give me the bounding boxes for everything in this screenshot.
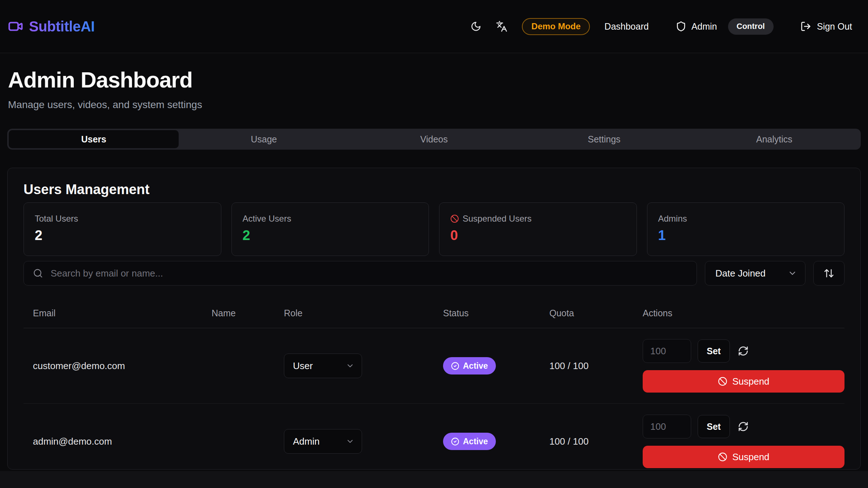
status-badge: Active: [443, 433, 496, 450]
ban-icon: [718, 452, 727, 462]
filter-row: Date Joined: [24, 261, 844, 286]
demo-mode-badge: Demo Mode: [522, 18, 590, 35]
users-table: Email Name Role Status Quota Actions cus…: [24, 308, 844, 470]
status-badge: Active: [443, 357, 496, 374]
set-quota-button[interactable]: Set: [698, 415, 730, 438]
video-camera-icon: [8, 19, 23, 34]
search-box: [24, 261, 697, 286]
top-header: SubtitleAI Demo Mode Dashboard Admin Con…: [0, 0, 868, 53]
app-logo-text: SubtitleAI: [29, 18, 95, 35]
refresh-quota-button[interactable]: [738, 346, 749, 356]
admin-label: Admin: [692, 21, 717, 32]
brand: SubtitleAI: [8, 18, 95, 35]
admin-role-indicator: Admin Control: [676, 18, 774, 35]
actions-cell: Set Suspend: [643, 339, 844, 393]
status-label: Active: [463, 437, 488, 446]
tab-users[interactable]: Users: [9, 130, 179, 148]
stat-label: Admins: [658, 214, 834, 224]
stats-row: Total Users 2 Active Users 2 Suspended U…: [24, 202, 844, 256]
shield-icon: [676, 21, 686, 32]
languages-icon: [496, 21, 507, 32]
stat-active-users: Active Users 2: [231, 202, 429, 256]
col-header-role: Role: [284, 308, 443, 318]
col-header-status: Status: [443, 308, 549, 318]
circle-check-icon: [451, 362, 459, 370]
page-title: Admin Dashboard: [8, 69, 860, 91]
quota-value: 100 / 100: [549, 360, 643, 372]
role-select[interactable]: Admin: [284, 429, 362, 454]
page-subtitle: Manage users, videos, and system setting…: [8, 99, 860, 111]
sign-out-label: Sign Out: [817, 21, 852, 32]
chevron-down-icon: [788, 269, 797, 278]
ban-icon: [450, 214, 459, 223]
stat-value: 1: [658, 227, 834, 244]
suspend-button[interactable]: Suspend: [643, 446, 844, 468]
col-header-actions: Actions: [643, 308, 844, 318]
sort-field-value: Date Joined: [715, 268, 766, 279]
user-email: customer@demo.com: [24, 360, 212, 372]
stat-admins: Admins 1: [647, 202, 845, 256]
tab-videos[interactable]: Videos: [349, 130, 519, 148]
quota-input[interactable]: [643, 339, 691, 363]
log-out-icon: [800, 21, 811, 32]
stat-value: 0: [450, 227, 626, 244]
quota-input[interactable]: [643, 415, 691, 438]
section-title: Users Management: [24, 182, 844, 197]
search-input[interactable]: [24, 261, 697, 286]
stat-total-users: Total Users 2: [24, 202, 221, 256]
col-header-email: Email: [24, 308, 212, 318]
chevron-down-icon: [346, 437, 354, 446]
sign-out-button[interactable]: Sign Out: [800, 21, 852, 32]
sort-direction-button[interactable]: [813, 261, 844, 286]
refresh-icon: [738, 346, 749, 356]
stat-label: Total Users: [35, 214, 210, 224]
page-heading: Admin Dashboard Manage users, videos, an…: [0, 53, 868, 111]
search-icon: [33, 268, 43, 278]
stat-value: 2: [243, 227, 418, 244]
table-row: admin@demo.com Admin Active 100 /: [24, 404, 844, 470]
arrow-up-down-icon: [824, 268, 834, 279]
tab-bar: Users Usage Videos Settings Analytics: [7, 129, 861, 150]
tab-usage[interactable]: Usage: [179, 130, 349, 148]
table-row: customer@demo.com User Active 100: [24, 328, 844, 404]
user-email: admin@demo.com: [24, 436, 212, 447]
tab-settings[interactable]: Settings: [519, 130, 689, 148]
stat-value: 2: [35, 227, 210, 244]
chevron-down-icon: [346, 361, 354, 370]
moon-icon: [471, 21, 481, 32]
set-quota-button[interactable]: Set: [698, 339, 730, 363]
col-header-quota: Quota: [549, 308, 643, 318]
control-badge: Control: [728, 18, 774, 35]
dashboard-link[interactable]: Dashboard: [604, 21, 648, 32]
top-nav: Demo Mode Dashboard Admin Control Sign O…: [471, 18, 852, 35]
quota-value: 100 / 100: [549, 436, 643, 447]
role-select[interactable]: User: [284, 354, 362, 378]
stat-label: Active Users: [243, 214, 418, 224]
role-value: Admin: [293, 436, 320, 447]
ban-icon: [718, 377, 727, 386]
refresh-icon: [738, 421, 749, 432]
suspend-label: Suspend: [732, 376, 770, 387]
suspend-button[interactable]: Suspend: [643, 370, 844, 393]
theme-toggle-button[interactable]: [471, 21, 481, 32]
role-value: User: [293, 360, 313, 372]
status-label: Active: [463, 361, 488, 371]
table-header-row: Email Name Role Status Quota Actions: [24, 308, 844, 328]
stat-label: Suspended Users: [463, 214, 532, 224]
suspend-label: Suspend: [732, 451, 770, 463]
refresh-quota-button[interactable]: [738, 421, 749, 432]
stat-suspended-users: Suspended Users 0: [439, 202, 637, 256]
tab-analytics[interactable]: Analytics: [689, 130, 859, 148]
page-bottom-strip: [0, 471, 868, 488]
actions-cell: Set Suspend: [643, 415, 844, 468]
circle-check-icon: [451, 437, 459, 446]
language-button[interactable]: [496, 21, 507, 32]
sort-field-select[interactable]: Date Joined: [705, 261, 805, 286]
users-management-card: Users Management Total Users 2 Active Us…: [7, 168, 861, 470]
col-header-name: Name: [212, 308, 284, 318]
